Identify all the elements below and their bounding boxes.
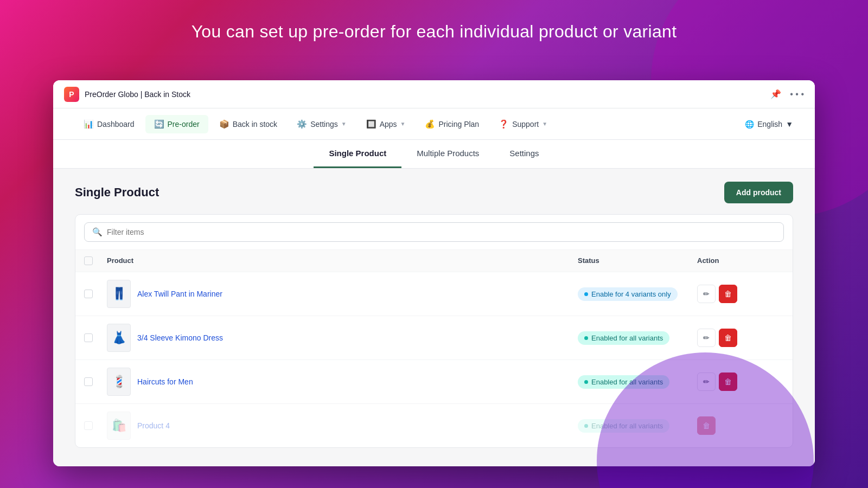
row-3-delete-button[interactable]: 🗑 <box>719 373 737 391</box>
apps-icon: 🔲 <box>366 119 376 129</box>
row-4-status-label: Enabled for all variants <box>591 422 663 430</box>
settings-chevron-icon: ▼ <box>341 121 347 127</box>
more-icon[interactable]: • • • <box>790 89 804 99</box>
nav-label-settings: Settings <box>310 120 338 129</box>
col-header-product: Product <box>107 256 578 265</box>
row-2-checkbox[interactable] <box>84 333 107 342</box>
row-3-actions: ✏ 🗑 <box>697 373 784 391</box>
pricing-icon: 💰 <box>425 119 435 129</box>
row-3-status: Enabled for all variants <box>578 375 697 389</box>
row-4-status-dot <box>584 424 588 428</box>
nav-label-dashboard: Dashboard <box>97 120 135 129</box>
row-1-checkbox[interactable] <box>84 290 107 298</box>
nav-bar: 📊 Dashboard 🔄 Pre-order 📦 Back in stock … <box>53 108 815 140</box>
row-1-product-thumb: 👖 <box>107 280 131 308</box>
row-4-product-thumb: 🛍️ <box>107 412 131 440</box>
title-bar-right: 📌 • • • <box>770 89 804 99</box>
settings-icon: ⚙️ <box>297 119 307 129</box>
tab-multiple-products[interactable]: Multiple Products <box>401 140 494 168</box>
row-3-status-badge: Enabled for all variants <box>578 375 669 389</box>
row-3-status-label: Enabled for all variants <box>591 378 663 386</box>
support-chevron-icon: ▼ <box>542 121 547 127</box>
row-1-delete-button[interactable]: 🗑 <box>719 285 737 303</box>
app-icon: P <box>64 87 79 102</box>
row-3-checkbox[interactable] <box>84 377 107 386</box>
nav-item-apps[interactable]: 🔲 Apps ▼ <box>358 115 414 133</box>
row-1-status-badge: Enable for 4 variants only <box>578 287 678 301</box>
row-4-product-name[interactable]: Product 4 <box>137 421 170 430</box>
app-window: P PreOrder Globo | Back in Stock 📌 • • •… <box>53 80 815 466</box>
table-header: Product Status Action <box>75 250 793 272</box>
row-2-actions: ✏ 🗑 <box>697 329 784 347</box>
nav-item-preorder[interactable]: 🔄 Pre-order <box>145 115 208 133</box>
select-all-checkbox[interactable] <box>84 256 107 265</box>
row-1-status-label: Enable for 4 variants only <box>591 290 671 298</box>
nav-label-apps: Apps <box>380 120 397 129</box>
row-2-product-thumb: 👗 <box>107 324 131 352</box>
language-label: English <box>757 120 782 129</box>
row-1-edit-button[interactable]: ✏ <box>697 285 716 303</box>
row-3-product-thumb: 💈 <box>107 368 131 396</box>
search-input-wrap: 🔍 <box>84 222 784 242</box>
row-4-actions: 🗑 <box>697 416 784 435</box>
row-1-product-name[interactable]: Alex Twill Pant in Mariner <box>137 290 222 298</box>
nav-item-backinstock[interactable]: 📦 Back in stock <box>210 115 286 133</box>
row-1-product-cell: 👖 Alex Twill Pant in Mariner <box>107 280 578 308</box>
row-4-delete-button[interactable]: 🗑 <box>697 416 716 435</box>
backinstock-icon: 📦 <box>219 119 229 129</box>
search-bar: 🔍 <box>75 215 793 250</box>
col-header-action: Action <box>697 256 784 265</box>
row-3-product-name[interactable]: Haircuts for Men <box>137 377 193 386</box>
table-row: 👖 Alex Twill Pant in Mariner Enable for … <box>75 272 793 316</box>
row-3-edit-button[interactable]: ✏ <box>697 373 716 391</box>
language-selector[interactable]: 🌐 English ▼ <box>745 120 793 129</box>
hero-text: You can set up pre-order for each indivi… <box>0 22 868 42</box>
nav-label-backinstock: Back in stock <box>233 120 277 129</box>
nav-item-pricing[interactable]: 💰 Pricing Plan <box>416 115 488 133</box>
nav-item-settings[interactable]: ⚙️ Settings ▼ <box>288 115 355 133</box>
table-row: 👗 3/4 Sleeve Kimono Dress Enabled for al… <box>75 316 793 360</box>
title-bar: P PreOrder Globo | Back in Stock 📌 • • • <box>53 80 815 108</box>
support-icon: ❓ <box>499 119 509 129</box>
row-3-status-dot <box>584 380 588 384</box>
row-2-delete-button[interactable]: 🗑 <box>719 329 737 347</box>
search-icon: 🔍 <box>92 227 103 237</box>
row-2-edit-button[interactable]: ✏ <box>697 329 716 347</box>
globe-icon: 🌐 <box>745 120 754 129</box>
add-product-button[interactable]: Add product <box>724 182 793 203</box>
pin-icon[interactable]: 📌 <box>770 89 781 99</box>
page-title: Single Product <box>75 185 159 200</box>
preorder-icon: 🔄 <box>154 119 164 129</box>
row-2-status-label: Enabled for all variants <box>591 334 663 342</box>
row-2-status-dot <box>584 336 588 340</box>
row-2-product-name[interactable]: 3/4 Sleeve Kimono Dress <box>137 333 223 342</box>
nav-item-dashboard[interactable]: 📊 Dashboard <box>75 115 143 133</box>
row-2-product-cell: 👗 3/4 Sleeve Kimono Dress <box>107 324 578 352</box>
tab-settings[interactable]: Settings <box>494 140 554 168</box>
row-2-status-badge: Enabled for all variants <box>578 331 669 345</box>
row-1-status-dot <box>584 292 588 296</box>
col-header-status: Status <box>578 256 697 265</box>
row-4-product-cell: 🛍️ Product 4 <box>107 412 578 440</box>
nav-label-preorder: Pre-order <box>168 120 200 129</box>
table-row: 💈 Haircuts for Men Enabled for all varia… <box>75 360 793 404</box>
nav-item-support[interactable]: ❓ Support ▼ <box>490 115 556 133</box>
row-3-product-cell: 💈 Haircuts for Men <box>107 368 578 396</box>
row-1-actions: ✏ 🗑 <box>697 285 784 303</box>
nav-label-support: Support <box>512 120 539 129</box>
product-table-card: 🔍 Product Status Action 👖 <box>75 214 793 448</box>
tab-single-product[interactable]: Single Product <box>314 140 401 168</box>
language-chevron-icon: ▼ <box>786 120 793 129</box>
nav-label-pricing: Pricing Plan <box>438 120 479 129</box>
title-bar-left: P PreOrder Globo | Back in Stock <box>64 87 190 102</box>
main-content: Single Product Add product 🔍 Product Sta… <box>53 169 815 466</box>
search-input[interactable] <box>107 228 776 236</box>
row-1-status: Enable for 4 variants only <box>578 287 697 301</box>
sub-tabs: Single Product Multiple Products Setting… <box>53 140 815 169</box>
row-2-status: Enabled for all variants <box>578 331 697 345</box>
row-4-status-badge: Enabled for all variants <box>578 419 669 433</box>
row-4-checkbox[interactable] <box>84 421 107 430</box>
page-header: Single Product Add product <box>75 182 793 203</box>
row-4-status: Enabled for all variants <box>578 419 697 433</box>
dashboard-icon: 📊 <box>84 119 94 129</box>
